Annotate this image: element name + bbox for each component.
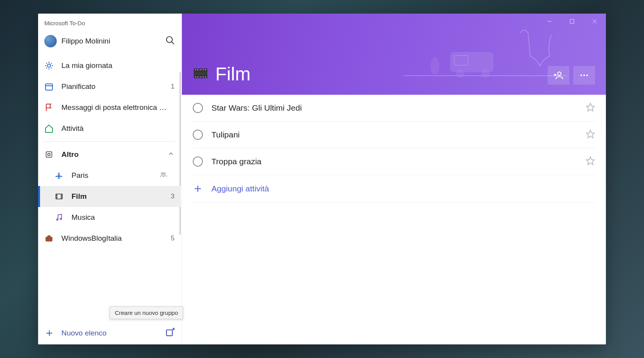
svg-point-25 [60, 218, 62, 220]
nav-tasks[interactable]: Attività [38, 118, 181, 139]
star-icon[interactable] [586, 103, 595, 113]
briefcase-icon [44, 234, 54, 243]
group-icon [44, 150, 54, 159]
list-item-film[interactable]: Film 3 [38, 186, 181, 207]
svg-rect-44 [195, 69, 196, 70]
header-illustration [404, 25, 567, 91]
minimize-button[interactable] [538, 14, 561, 29]
svg-line-8 [51, 68, 52, 68]
svg-point-39 [482, 70, 489, 78]
list-label: WindowsBlogItalia [61, 234, 163, 243]
user-name: Filippo Molinini [61, 37, 165, 45]
svg-point-38 [456, 70, 464, 78]
svg-rect-11 [45, 84, 52, 90]
share-list-button[interactable] [548, 66, 569, 85]
plus-icon [193, 184, 203, 194]
nav-planned[interactable]: Pianificato 1 [38, 76, 181, 97]
main-pane: Film Star Wars: Gli Ultimi Jedi [182, 14, 606, 344]
user-row[interactable]: Filippo Molinini [38, 30, 182, 55]
airplane-icon [54, 171, 64, 180]
list-title: Film [215, 63, 251, 85]
svg-point-16 [164, 172, 166, 174]
group-label: Altro [61, 150, 160, 159]
svg-point-24 [57, 219, 58, 221]
svg-rect-53 [205, 76, 206, 77]
app-title: Microsoft To-Do [38, 14, 182, 30]
nav-my-day[interactable]: La mia giornata [38, 55, 181, 76]
film-icon [193, 66, 208, 83]
sidebar: Microsoft To-Do Filippo Molinini [38, 14, 182, 344]
list-item-musica[interactable]: Musica [38, 207, 181, 228]
svg-rect-50 [197, 76, 199, 77]
svg-rect-33 [570, 19, 574, 23]
search-icon[interactable] [165, 35, 175, 47]
add-task-label: Aggiungi attività [211, 184, 269, 193]
svg-marker-61 [586, 130, 594, 138]
nav-flagged-email[interactable]: Messaggi di posta elettronica c... [38, 97, 181, 118]
task-row[interactable]: Star Wars: Gli Ultimi Jedi [193, 95, 595, 122]
list-item-paris[interactable]: Paris [38, 165, 181, 186]
calendar-icon [44, 82, 54, 91]
svg-rect-37 [454, 56, 468, 65]
task-row[interactable]: Tulipani [193, 122, 595, 148]
complete-radio[interactable] [193, 103, 203, 113]
svg-rect-52 [202, 76, 204, 77]
music-icon [54, 213, 64, 222]
tooltip-new-group: Creare un nuovo gruppo [110, 306, 183, 319]
add-group-button[interactable] [165, 327, 175, 339]
header-actions [548, 66, 595, 85]
nav-list: La mia giornata Pianificato 1 M [38, 55, 182, 322]
svg-rect-36 [450, 52, 493, 72]
list-count: 5 [171, 235, 175, 242]
task-text: Troppa grazia [211, 157, 577, 166]
separator [44, 141, 175, 142]
svg-rect-29 [166, 330, 172, 336]
svg-point-0 [166, 36, 172, 42]
app-window: Microsoft To-Do Filippo Molinini [38, 14, 606, 344]
star-icon[interactable] [586, 156, 595, 167]
svg-rect-46 [200, 69, 201, 70]
svg-rect-26 [46, 237, 52, 241]
list-label: Musica [72, 213, 167, 222]
nav-label: Pianificato [61, 82, 163, 91]
svg-point-57 [580, 75, 582, 76]
nav-label: La mia giornata [61, 61, 167, 70]
task-text: Tulipani [211, 130, 577, 139]
svg-rect-48 [205, 69, 206, 70]
list-item-windowsblogitalia[interactable]: WindowsBlogItalia 5 [38, 228, 181, 249]
nav-label: Messaggi di posta elettronica c... [61, 103, 167, 112]
list-label: Film [72, 192, 163, 201]
new-list-button[interactable]: Nuovo elenco [44, 328, 165, 338]
complete-radio[interactable] [193, 156, 203, 167]
svg-rect-14 [48, 153, 50, 156]
nav-count: 1 [171, 83, 175, 90]
avatar [44, 35, 57, 47]
svg-line-1 [171, 42, 174, 44]
shared-icon [160, 171, 167, 180]
nav-label: Attività [61, 124, 167, 133]
svg-point-15 [161, 172, 163, 174]
new-list-label: Nuovo elenco [61, 329, 106, 337]
plus-icon [44, 328, 54, 338]
svg-point-59 [586, 75, 588, 76]
task-list: Star Wars: Gli Ultimi Jedi Tulipani Trop… [182, 95, 606, 344]
list-header: Film [182, 14, 606, 95]
complete-radio[interactable] [193, 130, 203, 140]
svg-point-40 [431, 57, 439, 75]
sun-icon [44, 61, 54, 70]
maximize-button[interactable] [561, 14, 583, 29]
home-icon [44, 124, 54, 133]
svg-rect-47 [202, 69, 204, 70]
svg-marker-62 [586, 157, 594, 165]
more-options-button[interactable] [573, 66, 595, 85]
svg-line-9 [46, 68, 47, 68]
star-icon[interactable] [586, 129, 595, 140]
close-button[interactable] [583, 14, 606, 29]
svg-rect-45 [197, 69, 199, 70]
task-row[interactable]: Troppa grazia [193, 148, 595, 175]
film-icon-small [54, 192, 64, 201]
add-task-button[interactable]: Aggiungi attività [193, 175, 595, 203]
svg-point-54 [558, 72, 561, 75]
list-label: Paris [72, 171, 152, 180]
group-header-altro[interactable]: Altro [38, 144, 181, 165]
